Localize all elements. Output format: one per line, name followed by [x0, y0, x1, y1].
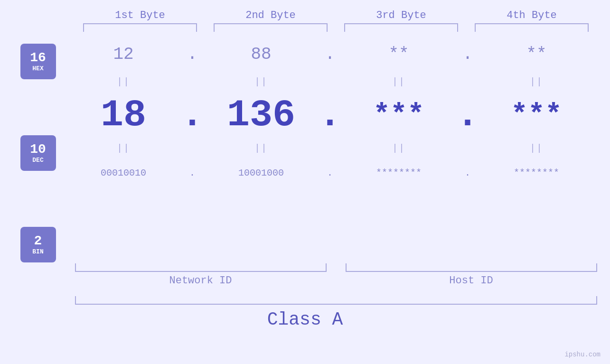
dec-dot2: .: [318, 93, 342, 137]
bin-b2: 10001000: [204, 168, 318, 178]
hex-dot2: .: [318, 45, 342, 64]
hex-badge: 16 HEX: [20, 44, 56, 79]
hex-b3: **: [342, 45, 456, 64]
hex-dot1: .: [180, 45, 204, 64]
eq2-b3: ||: [342, 143, 456, 154]
dec-b2: 136: [204, 93, 318, 137]
byte2-header: 2nd Byte: [214, 9, 328, 21]
eq1-b3: ||: [342, 76, 456, 87]
hex-badge-num: 16: [30, 51, 46, 65]
bracket-gap: [327, 263, 346, 272]
dec-badge-label: DEC: [32, 157, 43, 164]
bin-badge-label: BIN: [32, 248, 43, 255]
id-labels-row: Network ID Host ID: [75, 275, 597, 287]
host-id-bracket: [346, 263, 597, 272]
eq2-b1: ||: [66, 143, 180, 154]
bracket2: [214, 23, 328, 32]
dec-b3: ***: [342, 99, 456, 131]
bracket1: [83, 23, 197, 32]
eq1-b4: ||: [479, 76, 593, 87]
bin-b3: ********: [342, 168, 456, 178]
eq-row2: || || || ||: [66, 141, 610, 155]
dec-b1: 18: [66, 93, 180, 137]
bin-badge: 2 BIN: [20, 227, 56, 262]
badges-column: 16 HEX 10 DEC 2 BIN: [0, 34, 66, 262]
hex-b2: 88: [204, 45, 318, 64]
hex-b4: **: [479, 45, 593, 64]
byte4-header: 4th Byte: [475, 9, 589, 21]
byte3-header: 3rd Byte: [344, 9, 458, 21]
network-id-label: Network ID: [75, 275, 327, 287]
hex-dot3: .: [456, 45, 479, 64]
eq1-b2: ||: [204, 76, 318, 87]
dec-badge-num: 10: [30, 142, 46, 157]
dec-row: 18 . 136 . *** . ***: [66, 89, 610, 141]
bin-row: 00010010 . 10001000 . ******** . *******…: [66, 155, 610, 191]
bracket3: [344, 23, 458, 32]
values-area: 12 . 88 . ** . ** || || || || 18: [66, 34, 610, 262]
network-id-bracket: [75, 263, 327, 272]
hex-badge-label: HEX: [32, 65, 43, 72]
main-container: 1st Byte 2nd Byte 3rd Byte 4th Byte 16 H…: [0, 0, 610, 364]
eq2-b4: ||: [479, 143, 593, 154]
bin-badge-num: 2: [34, 234, 42, 249]
top-brackets: [75, 23, 597, 32]
hex-row: 12 . 88 . ** . **: [66, 34, 610, 75]
eq2-b2: ||: [204, 143, 318, 154]
bin-dot1: .: [180, 168, 204, 178]
dec-dot3: .: [456, 93, 479, 137]
byte-headers: 1st Byte 2nd Byte 3rd Byte 4th Byte: [75, 9, 597, 21]
dec-dot1: .: [180, 93, 204, 137]
class-bracket: [75, 296, 597, 305]
host-id-label: Host ID: [346, 275, 597, 287]
bin-dot3: .: [456, 168, 479, 178]
bottom-brackets-row: [75, 263, 597, 272]
hex-b1: 12: [66, 45, 180, 64]
bin-b1: 00010010: [66, 168, 180, 178]
bin-b4: ********: [479, 168, 593, 178]
bin-dot2: .: [318, 168, 342, 178]
class-label: Class A: [0, 309, 610, 330]
eq1-b1: ||: [66, 76, 180, 87]
bracket4: [475, 23, 589, 32]
dec-b4: ***: [479, 99, 593, 131]
eq-row1: || || || ||: [66, 75, 610, 89]
watermark: ipshu.com: [564, 351, 601, 358]
dec-badge: 10 DEC: [20, 135, 56, 171]
byte1-header: 1st Byte: [83, 9, 197, 21]
